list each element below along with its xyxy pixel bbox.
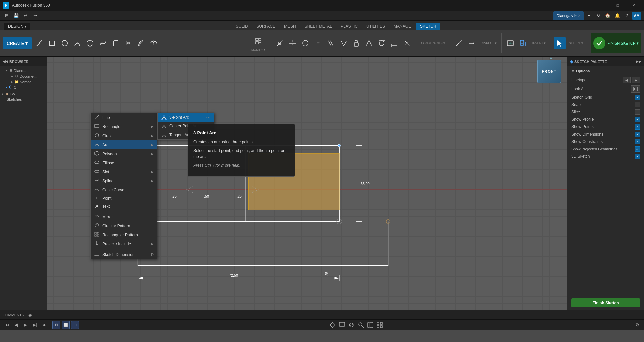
menu-item-spline[interactable]: Spline ▶ <box>91 176 157 185</box>
coincident-constraint-button[interactable] <box>274 37 286 49</box>
select-button[interactable] <box>554 37 566 49</box>
menu-item-ellipse[interactable]: Ellipse <box>91 158 157 167</box>
select-label[interactable]: SELECT ▾ <box>569 41 583 45</box>
playback-start-button[interactable]: ⏮ <box>3 321 11 329</box>
sketch-grid-checkbox[interactable]: ✓ <box>635 95 640 100</box>
north-arrow[interactable]: ▲ <box>549 57 553 59</box>
create-dropdown-button[interactable]: CREATE ▾ <box>3 37 32 49</box>
menu-item-slot[interactable]: Slot ▶ <box>91 167 157 176</box>
inspect-extra-button[interactable] <box>465 37 477 49</box>
rectangle-tool-button[interactable] <box>46 37 58 49</box>
maximize-button[interactable]: □ <box>610 0 625 11</box>
tab-solid[interactable]: SOLID <box>232 23 252 30</box>
viewcube-widget[interactable]: FRONT ▲ <box>537 60 564 86</box>
home-button[interactable]: 🏠 <box>604 12 612 20</box>
3d-sketch-checkbox[interactable]: ✓ <box>635 154 640 159</box>
tab-design[interactable]: DESIGN ▾ <box>4 23 30 30</box>
finish-sketch-circle-button[interactable] <box>593 37 605 49</box>
menu-item-point[interactable]: + Point <box>91 194 157 202</box>
menu-item-rectangular-pattern[interactable]: Rectangular Pattern <box>91 230 157 239</box>
menu-item-project-include[interactable]: Project / Include ▶ <box>91 239 157 248</box>
show-projected-checkbox[interactable]: ✓ <box>635 146 640 152</box>
grid-settings-button[interactable] <box>376 321 384 329</box>
fillet-tool-button[interactable] <box>110 37 122 49</box>
close-button[interactable]: ✕ <box>626 0 641 11</box>
tab-utilities[interactable]: UTILITIES <box>362 23 389 30</box>
show-points-checkbox[interactable]: ✓ <box>635 124 640 130</box>
arc-submenu-item-3point[interactable]: 3-Point Arc ⋯ <box>158 113 214 122</box>
circle-constraint-button[interactable] <box>299 37 311 49</box>
inspect-label[interactable]: INSPECT ▾ <box>481 41 496 45</box>
slice-checkbox[interactable] <box>635 109 640 115</box>
playback-prev-button[interactable]: ◀ <box>12 321 20 329</box>
tab-mesh[interactable]: MESH <box>280 23 300 30</box>
menu-item-arc[interactable]: Arc ▶ <box>91 140 157 149</box>
offset-tool-button[interactable] <box>135 37 147 49</box>
playback-next-button[interactable]: ▶| <box>31 321 39 329</box>
visual-style-button[interactable] <box>366 321 374 329</box>
menu-item-text[interactable]: A Text <box>91 202 157 210</box>
tangent-constraint-button[interactable] <box>376 37 388 49</box>
display-settings-button[interactable] <box>338 321 346 329</box>
save-button[interactable]: 💾 <box>12 12 20 20</box>
midpoint-constraint-button[interactable] <box>286 37 299 49</box>
perpendicular-constraint-button[interactable] <box>337 37 349 49</box>
selection-box-button[interactable]: ⊡ <box>52 321 60 329</box>
undo-button[interactable]: ↩ <box>21 12 29 20</box>
tab-close-button[interactable]: × <box>578 13 580 18</box>
tab-sheet-metal[interactable]: SHEET METAL <box>301 23 336 30</box>
playback-end-button[interactable]: ⏭ <box>40 321 48 329</box>
tab-surface[interactable]: SURFACE <box>252 23 279 30</box>
redo-button[interactable]: ↪ <box>31 12 39 20</box>
browser-item-named[interactable]: ► 📁 Named... <box>0 79 47 85</box>
trim-tool-button[interactable]: ✂ <box>122 37 134 49</box>
zoom-button[interactable] <box>357 321 365 329</box>
menu-item-sketch-dimension[interactable]: Sketch Dimension D <box>91 250 157 259</box>
measure-inspect-button[interactable] <box>453 37 465 49</box>
browser-item-origin[interactable]: ▾ Or... <box>0 85 47 90</box>
account-button[interactable]: AM <box>632 12 641 20</box>
show-dimensions-checkbox[interactable]: ✓ <box>635 132 640 137</box>
browser-item-root[interactable]: ▾ ⊞ Diano... <box>0 68 47 73</box>
circle-tool-button[interactable] <box>59 37 71 49</box>
selection-lasso-button[interactable]: ◻ <box>71 321 79 329</box>
selection-paint-button[interactable]: ⬜ <box>62 321 70 329</box>
sketch-palette-collapse-button[interactable]: ▶▶ <box>636 60 641 63</box>
menu-item-circular-pattern[interactable]: Circular Pattern <box>91 221 157 230</box>
orbit-button[interactable] <box>347 321 356 329</box>
browser-item-sketches[interactable]: Sketches <box>0 97 47 102</box>
new-tab-button[interactable]: + <box>585 12 593 20</box>
sketch-modify-button[interactable] <box>252 35 264 47</box>
equal-constraint-button[interactable]: = <box>312 37 324 49</box>
menu-item-line[interactable]: Line L <box>91 113 157 122</box>
browser-collapse-button[interactable]: ◀◀ <box>3 59 8 64</box>
polygon-tool-button[interactable] <box>84 37 96 49</box>
menu-item-circle[interactable]: Circle ▶ <box>91 131 157 140</box>
minimize-button[interactable]: — <box>594 0 609 11</box>
line-tool-button[interactable] <box>33 37 45 49</box>
tab-sketch[interactable]: SKETCH <box>416 23 440 30</box>
linetype-prev-button[interactable]: ◀ <box>623 77 631 83</box>
browser-item-bodies[interactable]: ► ■ Bo... <box>0 91 47 97</box>
finish-sketch-button[interactable]: Finish Sketch <box>571 298 640 307</box>
notification-button[interactable]: 🔔 <box>613 12 621 20</box>
snap-settings-button[interactable] <box>329 321 337 329</box>
tab-manage[interactable]: MANAGE <box>390 23 415 30</box>
refresh-button[interactable]: ↻ <box>594 12 602 20</box>
comments-expand-button[interactable]: ◉ <box>27 312 34 318</box>
help-button[interactable]: ? <box>623 12 631 20</box>
linetype-next-button[interactable]: ▶ <box>632 77 640 83</box>
menu-item-rectangle[interactable]: Rectangle ▶ <box>91 122 157 131</box>
show-profile-checkbox[interactable]: ✓ <box>635 117 640 122</box>
insert-dxf-button[interactable] <box>517 37 529 49</box>
palette-options-title[interactable]: ▼ Options <box>571 69 640 73</box>
triangle-constraint-button[interactable] <box>363 37 375 49</box>
finish-sketch-label[interactable]: FINISH SKETCH ▾ <box>607 41 639 46</box>
arc-3point-options[interactable]: ⋯ <box>206 115 211 120</box>
insert-image-button[interactable] <box>504 37 516 49</box>
menu-item-mirror[interactable]: Mirror <box>91 212 157 221</box>
snap-checkbox[interactable] <box>635 102 640 107</box>
settings-button[interactable]: ⚙ <box>633 321 641 329</box>
mirror-tool-button[interactable] <box>148 37 160 49</box>
canvas-area[interactable]: 72.50 40.00 65.00 -1.25 -1.00 -.75 -.50 … <box>47 57 567 310</box>
